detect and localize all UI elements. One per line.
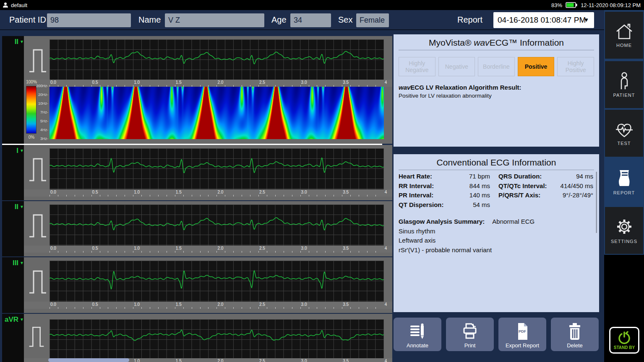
metric-value: 71 bpm: [469, 173, 490, 180]
sidebar-item-patient[interactable]: PATIENT: [605, 61, 643, 108]
classification-borderline[interactable]: Borderline: [478, 57, 515, 76]
sex-field[interactable]: Female: [356, 13, 389, 27]
calibration-pulse-icon: [28, 212, 47, 238]
time-axis: 0.00.51.01.52.02.53.03.54: [24, 80, 392, 87]
standby-button[interactable]: STAND BY: [609, 327, 639, 354]
axis-tick-label: 0.5: [92, 302, 98, 307]
horizontal-scrollbar[interactable]: [48, 358, 129, 362]
metrics-column-right: QRS Duration:94 msQT/QTc Interval:414/45…: [498, 173, 593, 201]
lead-selector[interactable]: III▼: [2, 257, 24, 313]
sex-label: Sex: [338, 15, 352, 25]
axis-tick-label: 3.5: [343, 246, 349, 251]
axis-tick-label: 3.0: [301, 246, 307, 251]
axis-tick-label: 3.0: [301, 359, 307, 362]
delete-button[interactable]: Delete: [551, 318, 599, 351]
divider: [399, 170, 594, 170]
axis-tick-label: 0.0: [50, 190, 56, 194]
metric-value: 844 ms: [469, 182, 490, 189]
name-field[interactable]: V Z: [165, 13, 264, 27]
axis-tick-label: 2.5: [259, 190, 265, 194]
chevron-down-icon: ▼: [20, 204, 24, 209]
metric-label: PR Interval:: [399, 191, 433, 199]
axis-tick-label: 0.0: [50, 246, 56, 251]
axis-tick-label: 3.0: [301, 190, 307, 194]
metric-value: 9°/-28°/49°: [563, 191, 593, 199]
ecg-panel: 0.00.51.01.52.02.53.03.54: [24, 201, 392, 256]
patient-id-field[interactable]: 98: [47, 13, 131, 27]
annotate-button[interactable]: Annotate: [394, 318, 441, 351]
print-icon: [460, 322, 480, 341]
freq-tick: 7Hz-: [35, 110, 48, 114]
lead-selector[interactable]: II▼: [2, 36, 24, 144]
classification-highly-positive[interactable]: Highly Positive: [557, 57, 594, 76]
lead-selector[interactable]: aVR▼: [2, 314, 24, 362]
axis-tick-label: 3.5: [343, 80, 349, 85]
axis-tick-label: 1.0: [134, 246, 140, 251]
algorithm-result-text: Positive for LV relaxation abnormality: [399, 93, 594, 99]
ecg-plot: [50, 204, 384, 246]
axis-tick-label: 3.5: [343, 302, 349, 307]
axis-tick-label: 0.5: [92, 80, 98, 85]
sidebar-nav: HOME PATIENT TEST REPORT: [604, 10, 644, 362]
lead-selector[interactable]: I▼: [2, 145, 24, 200]
axis-tick-label: 1.0: [134, 190, 140, 194]
time-axis: 0.00.51.01.52.02.53.03.54: [24, 189, 392, 197]
glasgow-summary: Glasgow Analysis Summary:Abnormal ECG: [399, 218, 534, 225]
sidebar-item-settings[interactable]: SETTINGS: [605, 207, 643, 254]
ecg-plot: [50, 319, 384, 358]
classification-highly-negative[interactable]: Highly Negative: [399, 57, 435, 76]
freq-tick: 3Hz-: [35, 137, 48, 141]
axis-tick-label: 1.0: [134, 302, 140, 307]
classification-negative[interactable]: Negative: [438, 57, 475, 76]
axis-tick-label: 4: [385, 80, 387, 85]
wavecg-spectrogram: [50, 87, 384, 139]
chevron-down-icon: ▼: [584, 12, 589, 28]
conventional-panel-title: Conventional ECG Information: [394, 154, 599, 168]
metric-label: QRS Duration:: [498, 173, 542, 180]
sidebar-item-home[interactable]: HOME: [605, 12, 643, 59]
patient-bar: Patient ID 98 Name V Z Age 34 Sex Female…: [0, 10, 604, 30]
metric-value: 94 ms: [576, 173, 593, 180]
metrics-column-left: Heart Rate:71 bpmRR Interval:844 msPR In…: [399, 173, 490, 210]
axis-tick-label: 0.5: [92, 190, 98, 194]
vertical-scrollbar[interactable]: [596, 172, 597, 233]
wavecg-panel-title: MyoVista® wavECG™ Information: [394, 34, 599, 48]
report-dropdown[interactable]: 04-16-2018 01:08:47 PM ▼: [493, 12, 594, 28]
ecg-trace: [50, 39, 384, 80]
ecg-panel: 0.00.51.01.52.02.53.03.54: [24, 145, 392, 200]
axis-tick-label: 4: [385, 190, 387, 194]
chevron-down-icon: ▼: [20, 261, 24, 265]
status-datetime: 12-11-2020 08:09:12 PM: [581, 2, 641, 8]
ecg-panel: 0.00.51.01.52.02.53.03.54: [24, 314, 392, 362]
metric-label: QT Dispersion:: [399, 201, 444, 208]
export-report-button[interactable]: PDF Export Report: [498, 318, 546, 351]
sidebar-item-report[interactable]: REPORT: [605, 158, 643, 205]
finding-line: Leftward axis: [399, 237, 435, 244]
freq-tick: 200Hz-: [35, 84, 48, 88]
axis-tick-label: 2.5: [259, 246, 265, 251]
print-button[interactable]: Print: [446, 318, 494, 351]
metric-row: P/QRS/T Axis:9°/-28°/49°: [498, 191, 593, 201]
battery-icon: [566, 2, 577, 8]
metric-row: QT Dispersion:54 ms: [399, 201, 490, 211]
metric-value: 414/450 ms: [561, 182, 593, 189]
gear-icon: [615, 217, 634, 236]
axis-tick-label: 2.0: [217, 80, 223, 85]
axis-tick-label: 2.5: [259, 302, 265, 307]
ecg-trace: [50, 204, 384, 246]
divider: [399, 50, 594, 50]
classification-positive[interactable]: Positive: [518, 57, 555, 76]
axis-tick-label: 2.0: [217, 359, 223, 362]
sidebar-item-test[interactable]: TEST: [605, 110, 643, 157]
chevron-down-icon: ▼: [20, 39, 24, 44]
algorithm-result-label: wavECG LV Relaxation Algorithm Result:: [399, 84, 594, 91]
calibration-pulse-icon: [28, 47, 47, 73]
ecg-panel: 0.00.51.01.52.02.53.03.54 100% 0% 200Hz-…: [24, 36, 392, 144]
ecg-row-lead-III: III▼ 0.00.51.01.52.02.53.03.54: [2, 257, 392, 313]
metric-label: Heart Rate:: [399, 173, 432, 180]
svg-text:PDF: PDF: [519, 329, 527, 334]
lead-selector[interactable]: II▼: [2, 201, 24, 256]
patient-icon: [615, 72, 634, 90]
axis-tick-label: 0.0: [50, 302, 56, 307]
age-field[interactable]: 34: [290, 13, 331, 27]
